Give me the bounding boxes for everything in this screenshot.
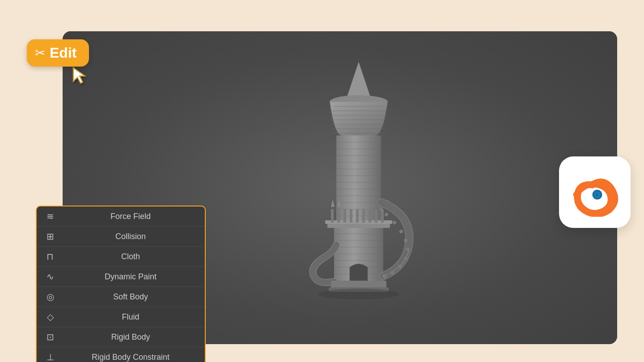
svg-point-52	[393, 221, 396, 224]
menu-item-collision[interactable]: ⊞Collision	[37, 227, 205, 247]
dynamic-paint-label: Dynamic Paint	[64, 272, 198, 282]
svg-point-54	[379, 207, 383, 211]
menu-item-rigid-body-constraint[interactable]: ⊥Rigid Body Constraint	[37, 347, 205, 362]
svg-rect-25	[337, 209, 340, 223]
menu-item-soft-body[interactable]: ◎Soft Body	[37, 287, 205, 307]
svg-rect-24	[331, 209, 334, 223]
rigid-body-constraint-label: Rigid Body Constraint	[64, 353, 198, 362]
svg-rect-32	[381, 209, 384, 223]
svg-rect-26	[343, 209, 346, 223]
cursor-icon	[72, 66, 88, 88]
menu-item-rigid-body[interactable]: ⊡Rigid Body	[37, 327, 205, 347]
menu-item-force-field[interactable]: ≋Force Field	[37, 206, 205, 227]
menu-item-cloth[interactable]: ⊓Cloth	[37, 247, 205, 267]
blender-logo	[559, 156, 631, 228]
svg-rect-30	[369, 209, 371, 223]
rigid-body-icon: ⊡	[44, 332, 56, 342]
menu-item-fluid[interactable]: ◇Fluid	[37, 307, 205, 327]
soft-body-icon: ◎	[44, 291, 56, 302]
svg-point-57	[318, 289, 399, 299]
svg-marker-33	[331, 199, 335, 207]
scissors-icon: ✂	[35, 46, 45, 60]
edit-label: Edit	[50, 45, 76, 61]
svg-point-49	[406, 248, 410, 251]
dynamic-paint-icon: ∿	[44, 271, 56, 282]
svg-point-53	[385, 213, 388, 216]
edit-button[interactable]: ✂ Edit	[27, 39, 89, 67]
svg-point-50	[404, 239, 407, 242]
fluid-icon: ◇	[44, 311, 56, 322]
svg-rect-28	[356, 209, 359, 223]
rigid-body-label: Rigid Body	[64, 333, 198, 342]
svg-rect-29	[362, 209, 365, 223]
svg-point-45	[382, 274, 387, 278]
svg-point-48	[404, 257, 407, 260]
svg-point-59	[595, 192, 600, 197]
tower-container	[265, 57, 453, 318]
collision-icon: ⊞	[44, 231, 56, 242]
main-container: ✂ Edit ≋Force Field⊞Collision⊓Cloth∿Dyna…	[27, 18, 617, 344]
svg-rect-27	[350, 209, 352, 223]
fluid-label: Fluid	[64, 312, 198, 322]
menu-item-dynamic-paint[interactable]: ∿Dynamic Paint	[37, 267, 205, 287]
svg-point-51	[399, 230, 403, 233]
svg-rect-31	[375, 209, 377, 223]
physics-menu: ≋Force Field⊞Collision⊓Cloth∿Dynamic Pai…	[36, 206, 206, 362]
force-field-icon: ≋	[44, 211, 56, 222]
force-field-label: Force Field	[64, 212, 198, 221]
collision-label: Collision	[64, 232, 198, 241]
svg-point-46	[390, 271, 394, 274]
cloth-icon: ⊓	[44, 251, 56, 262]
cloth-label: Cloth	[64, 252, 198, 261]
svg-point-47	[398, 265, 402, 268]
rigid-body-constraint-icon: ⊥	[44, 352, 56, 362]
soft-body-label: Soft Body	[64, 292, 198, 302]
